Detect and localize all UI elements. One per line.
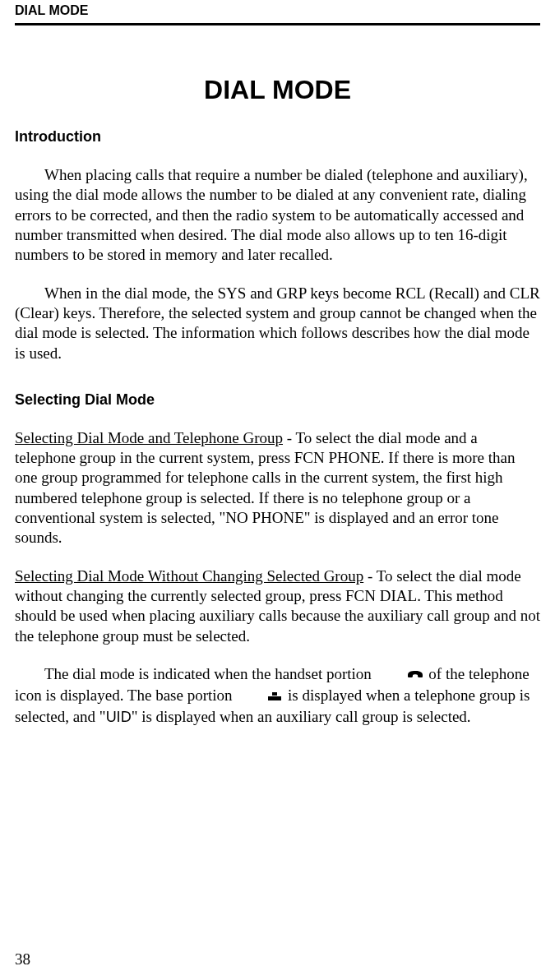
subhead-select-and-telephone: Selecting Dial Mode and Telephone Group <box>15 429 283 446</box>
selecting-paragraph-3: The dial mode is indicated when the hand… <box>15 664 540 727</box>
section-heading-selecting: Selecting Dial Mode <box>15 391 540 409</box>
uid-label: UID <box>106 709 132 725</box>
selecting-paragraph-1: Selecting Dial Mode and Telephone Group … <box>15 428 540 548</box>
selecting-paragraph-2: Selecting Dial Mode Without Changing Sel… <box>15 566 540 646</box>
phone-base-icon <box>238 686 282 706</box>
intro-paragraph-1: When placing calls that require a number… <box>15 165 540 266</box>
subhead-select-without-changing: Selecting Dial Mode Without Changing Sel… <box>15 567 363 585</box>
text: " is displayed when an auxiliary call gr… <box>132 708 471 725</box>
text: - To select the dial mode and a telephon… <box>15 429 515 547</box>
svg-rect-0 <box>272 692 277 696</box>
text: The dial mode is indicated when the hand… <box>44 665 376 682</box>
header-rule <box>15 23 540 25</box>
handset-icon <box>377 665 423 685</box>
running-header: DIAL MODE <box>15 0 540 23</box>
page-title: DIAL MODE <box>15 75 540 105</box>
intro-paragraph-2: When in the dial mode, the SYS and GRP k… <box>15 284 540 363</box>
section-heading-introduction: Introduction <box>15 128 540 146</box>
page-number: 38 <box>15 950 30 968</box>
svg-rect-1 <box>268 696 281 700</box>
